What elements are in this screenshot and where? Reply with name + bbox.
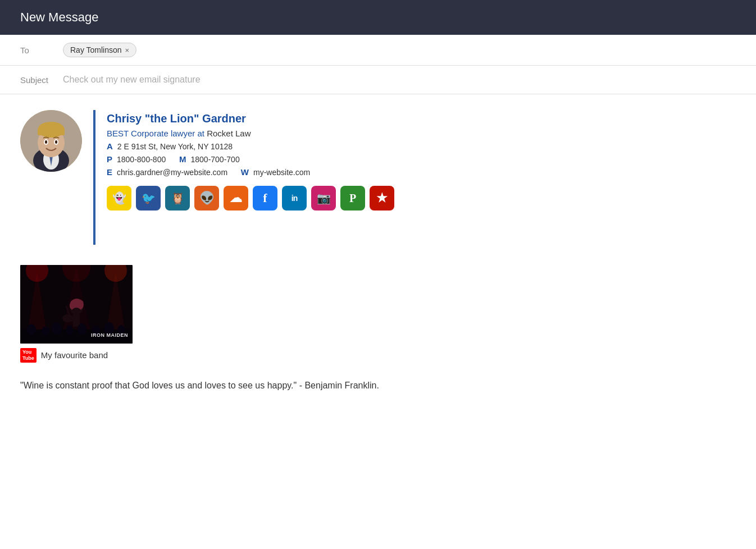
subject-label: Subject	[20, 75, 54, 85]
pinterest-icon[interactable]: P	[340, 186, 365, 211]
video-thumbnail[interactable]: IRON MAIDEN	[20, 265, 133, 344]
sig-address-row: A 2 E 91st St, New York, NY 10128	[107, 141, 394, 151]
mobile-value: 1800-700-700	[190, 155, 239, 164]
svg-point-25	[42, 327, 49, 336]
sig-title-blue: BEST Corporate lawyer at	[107, 129, 204, 138]
to-field-row: To Ray Tomlinson ×	[0, 35, 756, 66]
to-label: To	[20, 45, 54, 55]
avatar	[20, 110, 82, 172]
twitter-icon[interactable]: 🐦	[136, 186, 161, 211]
video-overlay-text: IRON MAIDEN	[91, 332, 128, 338]
website-value: my-website.com	[253, 168, 310, 177]
sig-title-normal: Rocket Law	[204, 129, 251, 138]
hootsuite-icon[interactable]: 🦉	[165, 186, 190, 211]
subject-input[interactable]: Check out my new email signature	[63, 75, 201, 85]
address-value: 2 E 91st St, New York, NY 10128	[117, 142, 233, 151]
remove-recipient-button[interactable]: ×	[125, 46, 130, 54]
web-key: W	[241, 167, 249, 177]
youtube-block: IRON MAIDEN You Tube My favourite band	[20, 265, 736, 363]
svg-point-21	[62, 314, 74, 322]
snapchat-icon[interactable]: 👻	[107, 186, 131, 211]
soundcloud-icon[interactable]: ☁	[224, 186, 248, 211]
signature-block: Chrisy "the Lion" Gardner BEST Corporate…	[20, 110, 736, 245]
signature-info: Chrisy "the Lion" Gardner BEST Corporate…	[107, 110, 394, 211]
body-area: Chrisy "the Lion" Gardner BEST Corporate…	[0, 94, 756, 408]
svg-rect-20	[73, 314, 80, 327]
video-label: My favourite band	[41, 350, 108, 360]
email-value: chris.gardner@my-website.com	[117, 168, 227, 177]
sig-email-row: E chris.gardner@my-website.com W my-webs…	[107, 167, 394, 177]
yelp-icon[interactable]: ★	[370, 186, 394, 211]
recipient-chip[interactable]: Ray Tomlinson ×	[63, 43, 136, 57]
phone-value: 1800-800-800	[117, 155, 166, 164]
video-background: IRON MAIDEN	[20, 265, 133, 344]
svg-point-26	[52, 322, 62, 335]
svg-point-24	[27, 324, 36, 335]
email-key: E	[107, 167, 112, 177]
social-icons-row: 👻 🐦 🦉 👽 ☁ f in 📷 P ★	[107, 186, 394, 211]
svg-rect-7	[38, 130, 65, 135]
linkedin-icon[interactable]: in	[282, 186, 307, 211]
svg-point-28	[78, 323, 86, 335]
signature-divider	[93, 110, 95, 245]
compose-header: New Message	[0, 0, 756, 35]
subject-field-row: Subject Check out my new email signature	[0, 66, 756, 94]
quote-block: "Wine is constant proof that God loves u…	[20, 378, 413, 393]
youtube-badge: You Tube	[20, 348, 37, 363]
facebook-icon[interactable]: f	[253, 186, 277, 211]
phone-key: P	[107, 154, 112, 164]
sig-phone-row: P 1800-800-800 M 1800-700-700	[107, 154, 394, 164]
sig-name: Chrisy "the Lion" Gardner	[107, 112, 394, 125]
sig-title: BEST Corporate lawyer at Rocket Law	[107, 129, 394, 138]
svg-point-27	[66, 325, 73, 335]
recipient-name: Ray Tomlinson	[70, 45, 122, 54]
reddit-icon[interactable]: 👽	[194, 186, 219, 211]
instagram-icon[interactable]: 📷	[311, 186, 336, 211]
svg-point-11	[55, 140, 57, 144]
mobile-key: M	[179, 154, 186, 164]
svg-point-10	[45, 140, 47, 144]
window-title: New Message	[20, 10, 98, 24]
video-label-row: You Tube My favourite band	[20, 348, 736, 363]
address-key: A	[107, 141, 113, 151]
